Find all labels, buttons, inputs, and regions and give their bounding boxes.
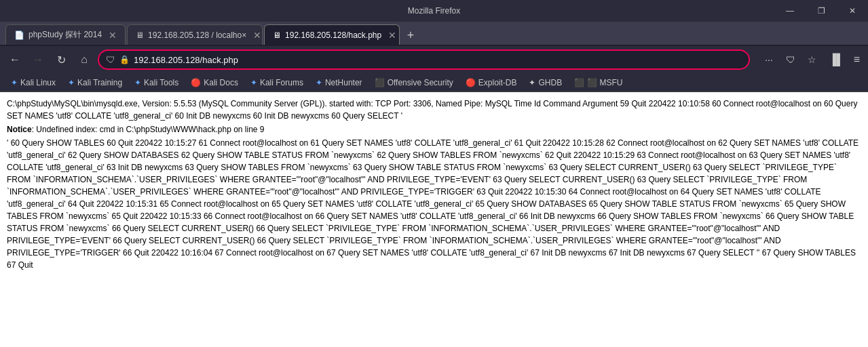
kali-docs-icon: 🔴 — [191, 78, 201, 87]
bookmark-kali-training-label: Kali Training — [77, 78, 122, 87]
reload-button[interactable]: ↻ — [52, 50, 71, 69]
bookmark-offensive-security[interactable]: ⬛ Offensive Security — [369, 77, 459, 89]
tab-label: phpStudy 探针 2014 — [29, 29, 102, 41]
dots-button[interactable]: ··· — [759, 50, 778, 69]
content-notice: Notice: Undefined index: cmd in C:\phpSt… — [7, 123, 861, 136]
nethunter-icon: ✦ — [316, 78, 322, 87]
tab-label: 192.168.205.128/hack.php — [285, 30, 381, 40]
menu-button[interactable]: ≡ — [851, 51, 863, 68]
bookmark-exploit-db[interactable]: 🔴 Exploit-DB — [460, 77, 523, 89]
offensive-security-icon: ⬛ — [375, 78, 385, 87]
new-tab-button[interactable]: + — [401, 26, 420, 45]
minimize-button[interactable]: — — [774, 0, 806, 22]
lock-icon: 🔒 — [119, 55, 130, 64]
forward-button[interactable]: → — [29, 50, 48, 69]
bookmark-kali-training[interactable]: ✦ Kali Training — [62, 77, 128, 89]
addressbar: ← → ↻ ⌂ 🛡 🔒 ··· 🛡 ☆ ▐▌ ≡ — [0, 46, 868, 73]
bookmark-kali-tools[interactable]: ✦ Kali Tools — [129, 77, 184, 89]
kali-forums-icon: ✦ — [250, 78, 257, 87]
exploit-db-icon: 🔴 — [466, 78, 476, 87]
tabbar: 📄 phpStudy 探针 2014 ✕ 🖥 192.168.205.128 /… — [0, 22, 868, 46]
star-bookmark-icon[interactable]: ☆ — [803, 50, 822, 69]
msfu-icon: ⬛ — [574, 78, 584, 87]
bookmark-ghdb[interactable]: ✦ GHDB — [523, 77, 567, 89]
bookmark-kali-docs[interactable]: 🔴 Kali Docs — [185, 77, 244, 89]
bookmark-msfu[interactable]: ⬛ ⬛ MSFU — [569, 77, 628, 89]
shield-icon: 🛡 — [106, 54, 115, 65]
tab-close-button[interactable]: ✕ — [253, 30, 261, 41]
bookmark-kali-forums[interactable]: ✦ Kali Forums — [245, 77, 309, 89]
bookmark-nethunter[interactable]: ✦ NetHunter — [310, 77, 368, 89]
notice-text: : Undefined index: cmd in C:\phpStudy\WW… — [32, 125, 265, 134]
content-line2: ' 60 Query SHOW TABLES 60 Quit 220422 10… — [7, 137, 861, 271]
bookmark-exploit-db-label: Exploit-DB — [478, 78, 517, 87]
ghdb-icon: ✦ — [529, 78, 535, 87]
bookmark-kali-linux-label: Kali Linux — [20, 78, 56, 87]
url-bar[interactable]: 🛡 🔒 — [98, 49, 750, 70]
tab-favicon: 🖥 — [136, 30, 144, 40]
tab-close-button[interactable]: ✕ — [109, 30, 117, 41]
back-button[interactable]: ← — [5, 50, 24, 69]
bookmark-kali-docs-label: Kali Docs — [204, 78, 238, 87]
bookmark-nethunter-label: NetHunter — [325, 78, 362, 87]
close-button[interactable]: ✕ — [837, 0, 868, 22]
tab-close-button[interactable]: ✕ — [388, 30, 396, 41]
bookmark-kali-linux[interactable]: ✦ Kali Linux — [5, 77, 61, 89]
window-controls: — ❐ ✕ — [774, 0, 868, 22]
tab-hackphp[interactable]: 🖥 192.168.205.128/hack.php ✕ — [264, 24, 400, 45]
titlebar-title: Mozilla Firefox — [408, 6, 460, 16]
tab-favicon: 🖥 — [273, 30, 281, 40]
maximize-button[interactable]: ❐ — [806, 0, 837, 22]
kali-linux-icon: ✦ — [11, 78, 18, 87]
tab-label: 192.168.205.128 / localho× — [148, 30, 246, 40]
tab-localhost[interactable]: 🖥 192.168.205.128 / localho× ✕ — [127, 24, 263, 45]
shield-vpn-icon[interactable]: 🛡 — [781, 50, 800, 69]
bookmarks-bar: ✦ Kali Linux ✦ Kali Training ✦ Kali Tool… — [0, 73, 868, 92]
page-content: C:\phpStudy\MySQL\bin\mysqld.exe, Versio… — [0, 92, 868, 347]
bookmark-offensive-security-label: Offensive Security — [388, 78, 453, 87]
sidepanel-button[interactable]: ▐▌ — [826, 51, 847, 68]
bookmark-kali-forums-label: Kali Forums — [260, 78, 303, 87]
tab-phpstudy[interactable]: 📄 phpStudy 探针 2014 ✕ — [5, 24, 126, 45]
tab-favicon: 📄 — [14, 30, 24, 40]
bookmark-kali-tools-label: Kali Tools — [144, 78, 178, 87]
url-actions: ··· 🛡 ☆ — [759, 50, 822, 69]
home-button[interactable]: ⌂ — [75, 50, 94, 69]
url-input[interactable] — [134, 55, 742, 65]
kali-tools-icon: ✦ — [134, 78, 141, 87]
kali-training-icon: ✦ — [68, 78, 75, 87]
bookmark-ghdb-label: GHDB — [538, 78, 562, 87]
content-line1: C:\phpStudy\MySQL\bin\mysqld.exe, Versio… — [7, 98, 861, 122]
bookmark-msfu-label: ⬛ MSFU — [587, 78, 622, 87]
notice-label: Notice — [7, 125, 32, 134]
titlebar: Mozilla Firefox — ❐ ✕ — [0, 0, 868, 22]
